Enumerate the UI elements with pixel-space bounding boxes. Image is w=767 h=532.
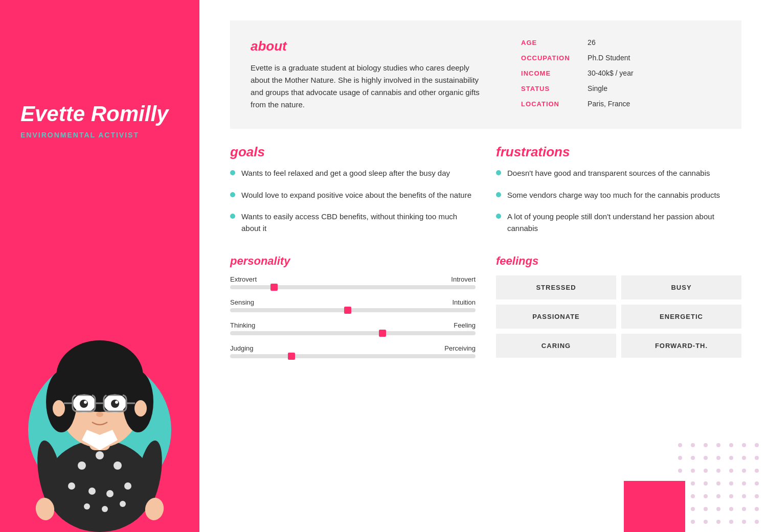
goal-item-2: Would love to expand positive voice abou… [230, 190, 476, 201]
slider-right-1: Introvert [451, 275, 476, 283]
feeling-passionate: PASSIONATE [496, 305, 616, 329]
svg-point-41 [704, 443, 708, 447]
slider-right-2: Intuition [452, 298, 476, 306]
svg-point-72 [742, 494, 746, 498]
occupation-label: OCCUPATION [521, 54, 577, 62]
svg-point-61 [691, 481, 695, 485]
status-label: STATUS [521, 85, 577, 92]
svg-point-1 [78, 461, 86, 470]
svg-point-86 [742, 520, 746, 524]
svg-point-49 [716, 456, 720, 460]
feeling-busy: BUSY [621, 275, 741, 299]
goals-section: goals Wants to feel relaxed and get a go… [230, 144, 476, 234]
personality-feelings: personality Extrovert Introvert [230, 255, 741, 358]
slider-judging: Judging Perceiving [230, 344, 476, 358]
frustration-dot-1 [496, 170, 501, 175]
slider-left-3: Thinking [230, 321, 255, 329]
frustration-item-1: Doesn't have good and transparent source… [496, 168, 741, 179]
svg-point-40 [691, 443, 695, 447]
frustration-dot-2 [496, 192, 501, 197]
income-label: INCOME [521, 70, 577, 77]
goal-text-2: Would love to expand positive voice abou… [241, 190, 471, 201]
about-right: AGE 26 OCCUPATION Ph.D Student INCOME 30… [521, 38, 721, 111]
svg-point-10 [120, 501, 126, 507]
feeling-energetic: ENERGETIC [621, 305, 741, 329]
slider-thumb-3 [379, 330, 386, 337]
svg-point-55 [704, 469, 708, 473]
svg-point-43 [729, 443, 733, 447]
personality-title: personality [230, 255, 476, 268]
svg-point-65 [742, 481, 746, 485]
slider-labels-4: Judging Perceiving [230, 344, 476, 352]
svg-point-58 [742, 469, 746, 473]
svg-point-9 [102, 506, 108, 512]
svg-point-63 [716, 481, 720, 485]
svg-point-75 [691, 507, 695, 511]
status-value: Single [588, 84, 607, 92]
svg-point-42 [716, 443, 720, 447]
svg-point-59 [755, 469, 759, 473]
goals-list: Wants to feel relaxed and get a good sle… [230, 168, 476, 234]
slider-extrovert: Extrovert Introvert [230, 275, 476, 289]
slider-thumb-2 [344, 307, 351, 314]
slider-left-4: Judging [230, 344, 254, 352]
svg-point-56 [716, 469, 720, 473]
avatar-area [0, 225, 199, 532]
svg-point-31 [111, 400, 119, 408]
svg-point-50 [729, 456, 733, 460]
slider-thinking: Thinking Feeling [230, 321, 476, 335]
svg-point-76 [704, 507, 708, 511]
about-title: about [251, 38, 490, 54]
age-value: 26 [588, 38, 596, 47]
deco-pink-rect-br [624, 481, 685, 532]
svg-point-68 [691, 494, 695, 498]
svg-point-54 [691, 469, 695, 473]
slider-labels-2: Sensing Intuition [230, 298, 476, 306]
frustration-text-1: Doesn't have good and transparent source… [507, 168, 710, 179]
slider-sensing: Sensing Intuition [230, 298, 476, 312]
personality-sliders: Extrovert Introvert Sensing Intuition [230, 275, 476, 358]
left-panel: Evette Romilly ENVIRONMENTAL ACTIVIST [0, 0, 199, 532]
svg-point-85 [729, 520, 733, 524]
svg-point-79 [742, 507, 746, 511]
frustration-text-3: A lot of young people still don't unders… [507, 211, 741, 234]
svg-point-48 [704, 456, 708, 460]
slider-right-3: Feeling [454, 321, 476, 329]
slider-track-4 [230, 354, 476, 358]
persona-title: ENVIRONMENTAL ACTIVIST [20, 131, 184, 139]
svg-point-33 [115, 401, 118, 404]
goal-text-1: Wants to feel relaxed and get a good sle… [241, 168, 450, 179]
bullet-dot-1 [230, 170, 235, 175]
svg-point-80 [755, 507, 759, 511]
goals-frustrations: goals Wants to feel relaxed and get a go… [230, 144, 741, 234]
slider-thumb-1 [270, 284, 278, 291]
slider-left-2: Sensing [230, 298, 254, 306]
svg-point-53 [678, 469, 682, 473]
occupation-value: Ph.D Student [588, 54, 630, 62]
character-illustration [20, 266, 179, 532]
info-row-occupation: OCCUPATION Ph.D Student [521, 54, 721, 62]
svg-point-4 [68, 482, 75, 490]
svg-point-21 [53, 400, 65, 417]
personality-section: personality Extrovert Introvert [230, 255, 476, 358]
svg-point-6 [88, 488, 96, 495]
svg-point-45 [755, 443, 759, 447]
frustration-item-2: Some vendors charge way too much for the… [496, 190, 741, 201]
slider-track-1 [230, 285, 476, 289]
svg-point-57 [729, 469, 733, 473]
info-row-income: INCOME 30-40k$ / year [521, 69, 721, 77]
location-value: Paris, France [588, 100, 630, 108]
goal-item-3: Wants to easily access CBD benefits, wit… [230, 211, 476, 234]
svg-point-47 [691, 456, 695, 460]
feelings-title: feelings [496, 255, 741, 268]
svg-point-51 [742, 456, 746, 460]
slider-left-1: Extrovert [230, 275, 257, 283]
svg-point-46 [678, 456, 682, 460]
svg-point-44 [742, 443, 746, 447]
slider-track-3 [230, 331, 476, 335]
svg-point-5 [124, 482, 131, 490]
svg-point-82 [691, 520, 695, 524]
feeling-stressed: STRESSED [496, 275, 616, 299]
age-label: AGE [521, 39, 577, 47]
about-left: about Evette is a graduate student at bi… [251, 38, 490, 111]
